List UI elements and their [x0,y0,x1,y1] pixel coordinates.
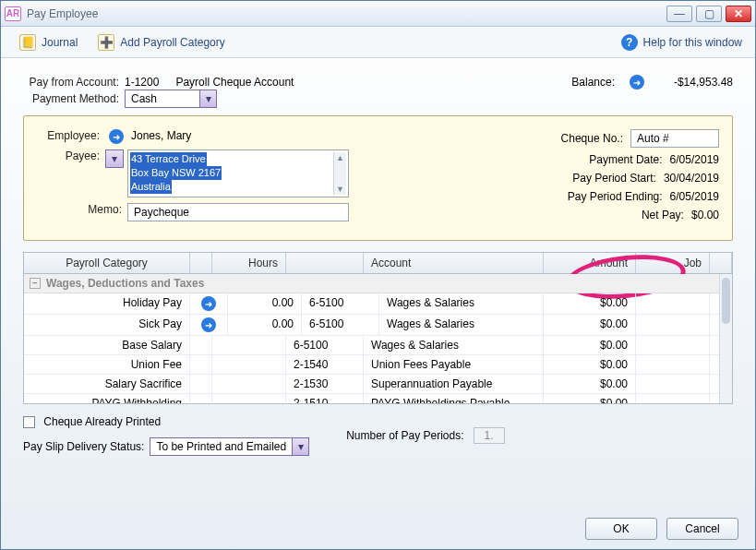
cell-hours[interactable]: 0.00 [228,315,302,335]
ok-button[interactable]: OK [585,518,657,540]
add-payroll-category-button[interactable]: ➕ Add Payroll Category [92,30,230,54]
cell-amount[interactable]: $0.00 [544,355,636,374]
cell-hours[interactable] [212,375,286,393]
row-arrow-icon[interactable]: ➜ [201,317,216,332]
grid-scrollbar[interactable] [719,274,732,403]
table-row[interactable]: Salary Sacrifice2-1530Superannuation Pay… [24,375,732,394]
table-row[interactable]: PAYG Withholding2-1510PAYG Withholdings … [24,394,732,403]
window-title: Pay Employee [27,7,666,20]
payee-scrollbar[interactable]: ▲ ▼ [333,152,346,195]
maximize-button[interactable]: ▢ [696,6,722,22]
table-row[interactable]: Holiday Pay➜0.006-5100Wages & Salaries$0… [24,293,732,315]
scrollbar-thumb[interactable] [722,278,730,324]
col-amount[interactable]: Amount [544,253,636,273]
cell-category: Base Salary [24,336,190,354]
help-icon: ? [621,34,638,51]
cell-job[interactable] [636,355,710,374]
balance-value: -$14,953.48 [659,76,733,89]
payee-address-input[interactable]: 43 Terrace Drive Box Bay NSW 2167 Austra… [127,149,349,197]
cell-job[interactable] [636,336,710,354]
num-periods-label: Number of Pay Periods: [346,429,463,442]
cell-job[interactable] [636,293,710,314]
net-pay-label: Net Pay: [581,209,684,221]
col-account-spacer [286,253,364,273]
help-link[interactable]: ? Help for this window [621,34,742,51]
cell-hours[interactable] [212,336,286,354]
journal-button[interactable]: 📒 Journal [14,30,83,54]
pay-employee-window: AR Pay Employee — ▢ ✕ 📒 Journal ➕ Add Pa… [0,0,756,550]
col-end [710,253,732,273]
cell-hours[interactable]: 0.00 [228,293,302,314]
payment-method-label: Payment Method: [23,92,125,105]
period-end-label: Pay Period Ending: [559,190,663,203]
pay-from-code: 1-1200 [125,76,159,89]
employee-panel: Employee: ➜ Jones, Mary Payee: ▾ 43 Terr… [23,115,733,241]
cell-category: Sick Pay [24,315,190,335]
grid-section-label: Wages, Deductions and Taxes [46,277,204,290]
chevron-down-icon: ▾ [292,438,308,455]
pay-from-name: Payroll Cheque Account [175,76,294,89]
payee-line-1: 43 Terrace Drive [130,152,207,166]
table-row[interactable]: Base Salary6-5100Wages & Salaries$0.00 [24,336,732,355]
cell-account-name: PAYG Withholdings Payable [364,394,544,403]
delivery-label: Pay Slip Delivery Status: [23,440,144,453]
close-button[interactable]: ✕ [726,6,751,22]
cell-account-name: Wages & Salaries [379,293,544,314]
period-start-value: 30/04/2019 [664,172,719,185]
cell-category: Holiday Pay [24,293,190,314]
journal-icon: 📒 [19,34,36,51]
cell-job[interactable] [636,375,710,393]
cell-hours[interactable] [212,355,286,374]
col-account[interactable]: Account [364,253,544,273]
payee-line-3: Australia [130,180,172,194]
cheque-no-input[interactable]: Auto # [630,129,719,148]
payee-dropdown-button[interactable]: ▾ [105,149,124,168]
scroll-up-icon: ▲ [336,152,344,163]
grid-body: − Wages, Deductions and Taxes Holiday Pa… [24,274,732,403]
cell-arrow[interactable]: ➜ [190,293,228,314]
payment-method-select[interactable]: Cash ▾ [125,90,217,108]
cell-account-code: 6-5100 [302,293,379,314]
delivery-select[interactable]: To be Printed and Emailed ▾ [150,437,309,456]
delivery-value: To be Printed and Emailed [150,440,292,453]
cell-amount[interactable]: $0.00 [544,315,636,335]
cell-arrow [190,336,212,354]
journal-label: Journal [42,36,78,49]
cell-category: Salary Sacrifice [24,375,190,393]
col-category[interactable]: Payroll Category [24,253,190,273]
cell-account-code: 6-5100 [302,315,379,335]
cheque-no-value: Auto # [637,132,669,145]
cell-arrow [190,355,212,374]
cell-arrow[interactable]: ➜ [190,315,228,335]
col-arrow [190,253,212,273]
minimize-button[interactable]: — [666,6,692,22]
scroll-down-icon: ▼ [336,184,344,195]
num-periods-value: 1. [474,427,505,444]
table-row[interactable]: Union Fee2-1540Union Fees Payable$0.00 [24,355,732,375]
net-pay-value: $0.00 [691,209,719,221]
cell-account-name: Superannuation Payable [364,375,544,393]
cell-amount[interactable]: $0.00 [544,394,636,403]
cheque-printed-checkbox[interactable] [23,416,35,428]
col-hours[interactable]: Hours [212,253,286,273]
row-arrow-icon[interactable]: ➜ [201,296,216,311]
cell-account-code: 6-5100 [286,336,364,354]
cell-amount[interactable]: $0.00 [544,293,636,314]
cell-amount[interactable]: $0.00 [544,375,636,393]
cell-hours[interactable] [212,394,286,403]
cell-amount[interactable]: $0.00 [544,336,636,354]
cancel-button[interactable]: Cancel [666,518,738,540]
chevron-down-icon: ▾ [106,150,123,167]
employee-arrow-icon[interactable]: ➜ [109,129,124,144]
balance-arrow-icon[interactable]: ➜ [630,75,644,90]
memo-input[interactable]: Paycheque [127,203,349,221]
add-category-label: Add Payroll Category [120,36,224,49]
collapse-icon[interactable]: − [30,278,41,289]
grid-section-row[interactable]: − Wages, Deductions and Taxes [24,274,732,293]
table-row[interactable]: Sick Pay➜0.006-5100Wages & Salaries$0.00 [24,315,732,336]
payment-date-label: Payment Date: [559,153,663,166]
cell-job[interactable] [636,394,710,403]
cell-job[interactable] [636,315,710,335]
payment-date-value: 6/05/2019 [670,153,719,166]
col-job[interactable]: Job [636,253,710,273]
